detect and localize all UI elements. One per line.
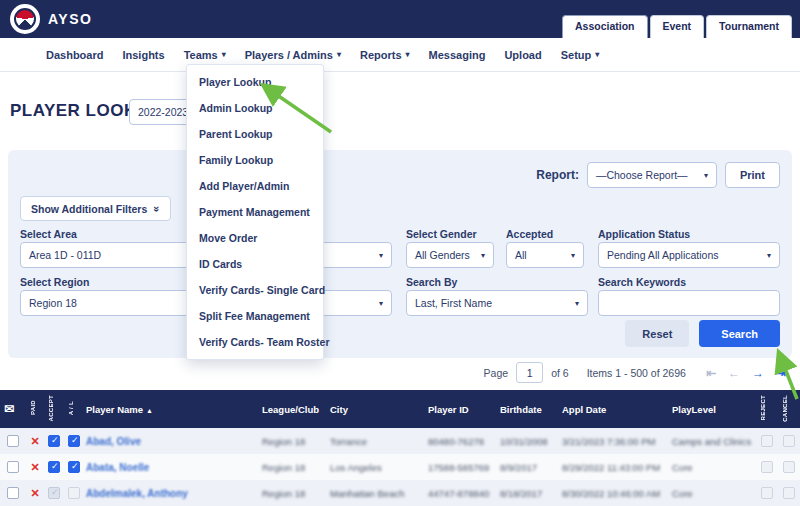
caret-down-icon: ▾ <box>595 50 599 59</box>
show-additional-filters-button[interactable]: Show Additional Filters » <box>20 196 171 221</box>
player-name-link[interactable]: Abata, Noelle <box>86 462 149 473</box>
reject-checkbox <box>761 461 773 473</box>
report-select[interactable]: —Choose Report— ▾ <box>587 162 717 188</box>
league-club-cell: Region 18 <box>262 462 305 473</box>
col-playlevel: PlayLevel <box>668 390 756 428</box>
filter-actions: Reset Search <box>625 320 780 347</box>
cancel-checkbox <box>783 435 795 447</box>
menu-item-parent-lookup[interactable]: Parent Lookup <box>187 121 323 147</box>
menu-item-split-fee-management[interactable]: Split Fee Management <box>187 303 323 329</box>
reset-button[interactable]: Reset <box>625 320 689 347</box>
next-page-icon[interactable]: → <box>752 366 764 380</box>
application-status-label: Application Status <box>598 228 690 240</box>
col-accept: ACCEPT <box>44 390 64 428</box>
search-keywords-input[interactable] <box>598 290 780 316</box>
region-select-value: Region 18 <box>29 297 77 309</box>
row-select-checkbox[interactable] <box>7 461 19 473</box>
table-row: ✕ Abata, Noelle Region 18 Los Angeles 17… <box>0 454 800 480</box>
season-select-value: 2022-2023 <box>138 106 188 118</box>
nav-item-reports[interactable]: Reports▾ <box>360 49 410 61</box>
tab-association[interactable]: Association <box>562 15 648 38</box>
col-player-id: Player ID <box>424 390 496 428</box>
first-page-icon: ⇤ <box>706 366 716 380</box>
paid-x-icon: ✕ <box>30 435 39 447</box>
player-name-link[interactable]: Abdelmalek, Anthony <box>86 488 188 499</box>
caret-down-icon: ▾ <box>704 171 708 180</box>
appl-date-cell: 8/30/2022 10:46:00 AM <box>562 488 660 499</box>
caret-down-icon: ▾ <box>406 50 410 59</box>
search-button[interactable]: Search <box>699 320 780 347</box>
accept-checkbox <box>48 487 60 499</box>
menu-item-payment-management[interactable]: Payment Management <box>187 199 323 225</box>
tab-tournament[interactable]: Tournament <box>706 15 792 38</box>
col-cancel: CANCEL <box>778 390 800 428</box>
menu-item-move-order[interactable]: Move Order <box>187 225 323 251</box>
caret-down-icon: ▾ <box>379 251 383 260</box>
caret-down-icon: ▾ <box>571 251 575 260</box>
accept-checkbox[interactable] <box>48 435 60 447</box>
menu-item-verify-cards-single[interactable]: Verify Cards- Single Card <box>187 277 323 303</box>
filters-panel: Report: —Choose Report— ▾ Print Show Add… <box>8 150 792 358</box>
caret-down-icon: ▾ <box>337 50 341 59</box>
application-status-select-value: Pending All Applications <box>607 249 719 261</box>
league-club-cell: Region 18 <box>262 436 305 447</box>
items-count-label: Items 1 - 500 of 2696 <box>587 367 686 379</box>
page-of-label: of 6 <box>551 367 569 379</box>
col-player-name-sort[interactable]: Player Name▲ <box>82 390 258 428</box>
nav-item-insights[interactable]: Insights <box>122 49 164 61</box>
page-number-input[interactable] <box>516 362 543 383</box>
select-region-label: Select Region <box>20 276 89 288</box>
menu-item-add-player-admin[interactable]: Add Player/Admin <box>187 173 323 199</box>
menu-item-admin-lookup[interactable]: Admin Lookup <box>187 95 323 121</box>
birthdate-cell: 8/18/2017 <box>500 488 542 499</box>
accepted-select[interactable]: All ▾ <box>506 242 584 268</box>
application-status-select[interactable]: Pending All Applications ▾ <box>598 242 780 268</box>
row-select-checkbox[interactable] <box>7 435 19 447</box>
playlevel-cell: Core <box>672 488 693 499</box>
tab-event[interactable]: Event <box>650 15 705 38</box>
search-by-select[interactable]: Last, First Name ▾ <box>406 290 588 316</box>
al-checkbox[interactable] <box>68 461 80 473</box>
player-name-link[interactable]: Abad, Olive <box>86 436 141 447</box>
caret-down-icon: ▾ <box>222 50 226 59</box>
sort-asc-icon: ▲ <box>146 407 153 414</box>
top-bar: AYSO Association Event Tournament <box>0 0 800 38</box>
city-cell: Manhattan Beach <box>330 488 404 499</box>
players-admins-dropdown-menu: Player Lookup Admin Lookup Parent Lookup… <box>186 64 324 360</box>
main-nav: Dashboard Insights Teams▾ Players / Admi… <box>0 38 800 72</box>
birthdate-cell: 8/9/2017 <box>500 462 537 473</box>
nav-item-setup[interactable]: Setup▾ <box>561 49 600 61</box>
nav-item-teams[interactable]: Teams▾ <box>184 49 226 61</box>
search-by-label: Search By <box>406 276 457 288</box>
col-city: City <box>326 390 424 428</box>
appl-date-cell: 3/21/2023 7:36:00 PM <box>562 436 656 447</box>
ayso-logo <box>10 4 40 34</box>
nav-item-messaging[interactable]: Messaging <box>429 49 486 61</box>
al-checkbox[interactable] <box>68 435 80 447</box>
pagination: Page of 6 Items 1 - 500 of 2696 ⇤ ← → ⇥ <box>484 362 786 383</box>
playlevel-cell: Core <box>672 462 693 473</box>
city-cell: Torrance <box>330 436 367 447</box>
last-page-icon[interactable]: ⇥ <box>776 366 786 380</box>
print-button[interactable]: Print <box>725 162 780 188</box>
birthdate-cell: 10/31/2008 <box>500 436 548 447</box>
gender-select[interactable]: All Genders ▾ <box>406 242 494 268</box>
col-al: A / L <box>64 390 82 428</box>
ayso-logo-emblem <box>14 8 36 30</box>
nav-item-dashboard[interactable]: Dashboard <box>46 49 103 61</box>
row-select-checkbox[interactable] <box>7 487 19 499</box>
nav-item-players-admins[interactable]: Players / Admins▾ <box>245 49 341 61</box>
menu-item-verify-cards-roster[interactable]: Verify Cards- Team Roster <box>187 329 323 355</box>
menu-item-player-lookup[interactable]: Player Lookup <box>187 69 323 95</box>
menu-item-id-cards[interactable]: ID Cards <box>187 251 323 277</box>
accept-checkbox[interactable] <box>48 461 60 473</box>
nav-item-upload[interactable]: Upload <box>504 49 541 61</box>
player-id-cell: 17588-585769 <box>428 462 489 473</box>
mode-tabs: Association Event Tournament <box>560 15 792 38</box>
col-paid: PAID <box>26 390 44 428</box>
accepted-label: Accepted <box>506 228 553 240</box>
reject-checkbox <box>761 487 773 499</box>
col-appl-date: Appl Date <box>558 390 668 428</box>
caret-down-icon: ▾ <box>481 251 485 260</box>
menu-item-family-lookup[interactable]: Family Lookup <box>187 147 323 173</box>
